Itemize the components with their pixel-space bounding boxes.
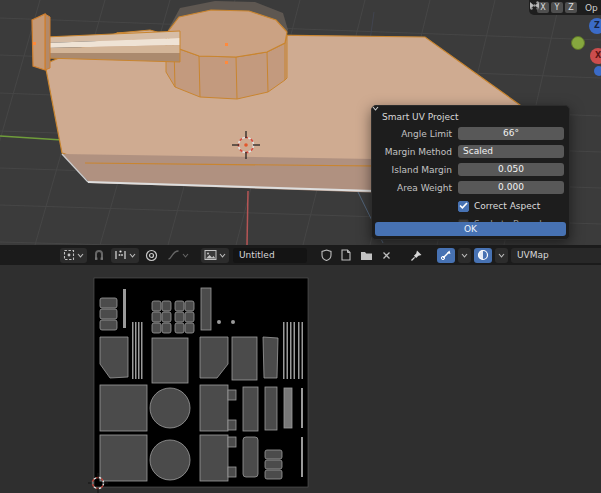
3d-viewport[interactable]: X Y Z Op Z X Smart UV Project Angle Limi… — [0, 0, 601, 245]
uv-island[interactable] — [263, 337, 278, 378]
uv-island[interactable] — [138, 322, 140, 379]
gizmo-z-axis-negative[interactable] — [594, 66, 601, 76]
uv-island[interactable] — [302, 322, 304, 379]
tank-muzzle-plate[interactable] — [32, 14, 50, 70]
gizmo-y-axis[interactable] — [571, 36, 585, 50]
uv-island[interactable] — [150, 388, 190, 428]
uv-island[interactable] — [283, 322, 285, 379]
uv-island[interactable] — [243, 437, 258, 477]
uv-island[interactable] — [301, 388, 303, 428]
snap-toggle[interactable] — [90, 248, 108, 263]
uv-island[interactable] — [162, 323, 171, 333]
island-margin-field[interactable]: 0.050 — [458, 163, 564, 176]
new-file-icon — [341, 249, 351, 261]
uv-island[interactable] — [228, 437, 236, 447]
show-gizmos-toggle[interactable] — [437, 248, 455, 263]
selected-vertex[interactable] — [225, 61, 228, 64]
unlink-image-button[interactable] — [379, 248, 394, 263]
gizmo-z-axis[interactable]: Z — [589, 18, 601, 34]
uv-island[interactable] — [100, 309, 117, 319]
new-image-button[interactable] — [338, 248, 354, 263]
pin-icon — [410, 249, 423, 262]
proportional-falloff-dropdown[interactable] — [164, 248, 192, 263]
uv-island[interactable] — [123, 289, 126, 328]
gizmos-dropdown[interactable] — [458, 248, 471, 263]
overlays-dropdown[interactable] — [495, 248, 508, 263]
uv-island[interactable] — [132, 322, 134, 379]
uv-island[interactable] — [100, 435, 147, 481]
uv-island[interactable] — [152, 323, 161, 333]
uv-island[interactable] — [265, 460, 282, 469]
uv-island[interactable] — [100, 320, 117, 330]
ok-button[interactable]: OK — [375, 222, 566, 236]
image-browse-dropdown[interactable] — [201, 248, 229, 263]
area-weight-field[interactable]: 0.000 — [458, 181, 564, 194]
uv-island[interactable] — [232, 337, 257, 380]
uv-island[interactable] — [150, 440, 190, 480]
pivot-point-dropdown[interactable] — [60, 248, 87, 263]
uv-island[interactable] — [135, 322, 137, 379]
uv-island[interactable] — [298, 322, 300, 379]
snap-mode-dropdown[interactable] — [111, 248, 139, 263]
image-name-field[interactable]: Untitled — [233, 248, 307, 263]
check-icon — [459, 202, 468, 209]
angle-limit-field[interactable]: 66° — [458, 127, 564, 140]
uv-island[interactable] — [185, 301, 194, 311]
uv-island[interactable] — [175, 323, 184, 333]
uv-island[interactable] — [200, 385, 228, 431]
uv-island[interactable] — [152, 338, 188, 383]
fake-user-toggle[interactable] — [318, 248, 335, 263]
uv-island[interactable] — [290, 322, 292, 379]
correct-aspect-checkbox[interactable] — [458, 201, 469, 212]
uv-island[interactable] — [231, 320, 235, 324]
uv-island[interactable] — [265, 450, 282, 459]
gizmo-arrow-icon — [440, 249, 452, 261]
turret-top[interactable] — [166, 10, 287, 57]
mirror-z-button[interactable]: Z — [565, 2, 577, 13]
uv-island[interactable] — [162, 312, 171, 322]
chevron-down-icon — [461, 253, 468, 258]
uv-island[interactable] — [284, 388, 292, 428]
uv-island[interactable] — [228, 390, 236, 400]
uv-island[interactable] — [228, 467, 236, 477]
proportional-editing-toggle[interactable] — [142, 248, 161, 263]
pin-toggle[interactable] — [407, 248, 426, 263]
area-weight-label: Area Weight — [372, 183, 452, 193]
options-dropdown[interactable]: Op — [585, 3, 601, 13]
dialog-title: Smart UV Project — [372, 106, 569, 127]
uv-island[interactable] — [185, 323, 194, 333]
uv-island[interactable] — [265, 470, 282, 479]
uv-editor-header: Untitled — [0, 245, 601, 265]
uv-island[interactable] — [228, 420, 236, 430]
open-image-button[interactable] — [357, 248, 376, 263]
show-overlays-toggle[interactable] — [474, 248, 492, 263]
uv-island[interactable] — [152, 312, 161, 322]
uv-island[interactable] — [301, 437, 303, 477]
uv-island[interactable] — [243, 387, 258, 431]
x-axis-line — [247, 191, 248, 245]
uv-island[interactable] — [265, 387, 277, 430]
uv-island[interactable] — [294, 322, 296, 379]
uv-island[interactable] — [217, 320, 221, 324]
uv-map-name-field[interactable]: UVMap — [511, 248, 601, 263]
gizmo-x-axis[interactable]: X — [590, 48, 601, 64]
uv-island[interactable] — [185, 312, 194, 322]
uv-island[interactable] — [287, 322, 289, 379]
uv-island[interactable] — [100, 385, 147, 431]
margin-method-value: Scaled — [463, 145, 493, 158]
uv-island[interactable] — [175, 301, 184, 311]
margin-method-select[interactable]: Scaled — [458, 145, 564, 158]
uv-island[interactable] — [141, 322, 143, 379]
selected-vertex[interactable] — [225, 43, 228, 46]
uv-island[interactable] — [162, 301, 171, 311]
uv-editor[interactable] — [0, 265, 601, 493]
mirror-y-button[interactable]: Y — [551, 2, 563, 13]
uv-island[interactable] — [100, 298, 117, 308]
viewport-header: X Y Z Op — [529, 0, 601, 15]
uv-island[interactable] — [201, 288, 211, 330]
uv-island[interactable] — [152, 301, 161, 311]
uv-island[interactable] — [200, 435, 228, 481]
chevron-down-icon — [498, 253, 505, 258]
uv-island[interactable] — [175, 312, 184, 322]
tank-barrel[interactable] — [45, 31, 180, 62]
